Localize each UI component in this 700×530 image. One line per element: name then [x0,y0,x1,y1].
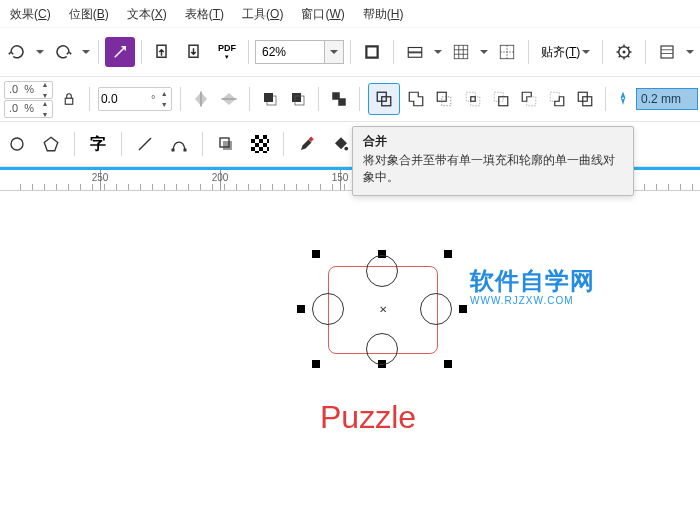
rotation-input[interactable] [99,89,147,109]
eyedropper-tool[interactable] [292,129,322,159]
text-tool[interactable]: 字 [83,129,113,159]
menu-bitmaps[interactable]: 位图(B) [69,6,109,23]
mirror-horizontal-button[interactable] [189,84,213,114]
menu-tools[interactable]: 工具(O) [242,6,283,23]
svg-rect-13 [264,93,273,102]
weld-button[interactable] [404,84,428,114]
watermark-title: 软件自学网 [470,265,595,297]
publish-pdf-button[interactable]: PDF ▾ [212,37,242,67]
svg-point-9 [623,51,626,54]
menu-effects[interactable]: 效果(C) [10,6,51,23]
tooltip: 合并 将对象合并至带有单一填充和轮廓的单一曲线对象中。 [352,126,634,196]
selection-handle[interactable] [444,360,452,368]
svg-marker-33 [44,137,58,151]
selection-handle[interactable] [312,360,320,368]
show-grid-button[interactable] [446,37,476,67]
show-guides-button[interactable] [492,37,522,67]
trim-button[interactable] [432,84,456,114]
zoom-dropdown[interactable] [324,41,343,63]
svg-point-40 [344,147,348,151]
svg-rect-35 [172,149,175,152]
order-to-back-button[interactable] [286,84,310,114]
shape-circle[interactable] [366,333,398,365]
pen-nib-icon [614,88,632,110]
selection-handle[interactable] [444,250,452,258]
svg-point-32 [11,138,23,150]
rulers-dropdown[interactable] [432,37,444,67]
svg-rect-17 [339,98,347,106]
tick-label: 250 [92,172,109,183]
bezier-tool[interactable] [164,129,194,159]
svg-rect-6 [454,45,468,59]
chevron-down-icon [582,50,590,54]
selection-handle[interactable] [459,305,467,313]
transparency-tool[interactable] [245,129,275,159]
menu-table[interactable]: 表格(T) [185,6,224,23]
tick-label: 200 [212,172,229,183]
tick-label: 150 [332,172,349,183]
group-button[interactable] [327,84,351,114]
rotation-field[interactable]: ° ▲▼ [98,87,172,111]
selection-handle[interactable] [297,305,305,313]
menu-help[interactable]: 帮助(H) [363,6,404,23]
boundary-button[interactable] [573,84,597,114]
snap-menu[interactable]: 贴齐(T) [535,44,596,61]
tooltip-body: 将对象合并至带有单一填充和轮廓的单一曲线对象中。 [363,152,623,187]
tooltip-title: 合并 [363,133,623,150]
undo-button[interactable] [2,37,32,67]
svg-rect-24 [470,97,475,102]
line-tool[interactable] [130,129,160,159]
back-minus-front-button[interactable] [545,84,569,114]
redo-dropdown[interactable] [80,37,92,67]
shape-circle[interactable] [312,293,344,325]
launcher-dropdown[interactable] [684,37,696,67]
property-bar: .0 % ▲▼ .0 % ▲▼ ° ▲▼ [0,77,700,122]
svg-rect-5 [408,53,422,58]
zoom-input[interactable] [256,42,324,62]
drop-shadow-tool[interactable] [211,129,241,159]
polygon-tool[interactable] [36,129,66,159]
selection-handle[interactable] [312,250,320,258]
selection-center-icon: ✕ [379,304,387,315]
search-launcher-button[interactable] [105,37,135,67]
svg-rect-28 [550,92,559,101]
outline-width-input[interactable] [636,88,698,110]
svg-rect-37 [223,141,232,150]
mirror-vertical-button[interactable] [217,84,241,114]
scale-x-value: .0 [5,84,20,95]
simplify-button[interactable] [489,84,513,114]
show-rulers-button[interactable] [400,37,430,67]
intersect-button[interactable] [460,84,484,114]
shape-circle[interactable] [366,255,398,287]
checker-icon [251,135,269,153]
drawing-canvas[interactable]: ✕ 软件自学网 WWW.RJZXW.COM Puzzle [0,191,700,530]
scale-x-field[interactable]: .0 % ▲▼ [4,81,53,99]
options-button[interactable] [609,37,639,67]
pdf-label: PDF [218,44,236,53]
menu-window[interactable]: 窗口(W) [301,6,344,23]
grid-dropdown[interactable] [478,37,490,67]
undo-dropdown[interactable] [34,37,46,67]
import-button[interactable] [148,37,178,67]
svg-rect-4 [408,48,422,53]
redo-button[interactable] [48,37,78,67]
shape-circle[interactable] [420,293,452,325]
fullscreen-preview-button[interactable] [357,37,387,67]
order-to-front-button[interactable] [258,84,282,114]
svg-rect-14 [292,93,301,102]
svg-point-31 [622,97,624,99]
ellipse-tool[interactable] [2,129,32,159]
menu-text[interactable]: 文本(X) [127,6,167,23]
scale-y-field[interactable]: .0 % ▲▼ [4,100,53,118]
standard-toolbar: PDF ▾ 贴齐(T) [0,28,700,77]
front-minus-back-button[interactable] [517,84,541,114]
canvas-text-object[interactable]: Puzzle [320,399,416,436]
combine-button[interactable] [368,83,400,115]
export-button[interactable] [180,37,210,67]
menu-bar: 效果(C) 位图(B) 文本(X) 表格(T) 工具(O) 窗口(W) 帮助(H… [0,0,700,28]
svg-line-34 [139,138,151,150]
lock-ratio-button[interactable] [57,84,81,114]
zoom-combo[interactable] [255,40,344,64]
app-launcher-button[interactable] [652,37,682,67]
scale-y-value: .0 [5,103,20,114]
